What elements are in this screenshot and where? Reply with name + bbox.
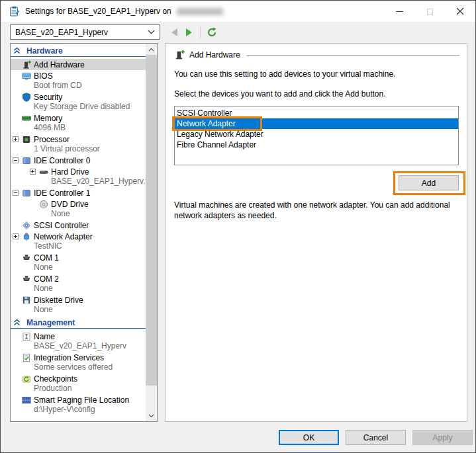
- maximize-icon: [427, 9, 433, 15]
- chevron-up-icon: [148, 48, 154, 52]
- scroll-down-button[interactable]: [146, 410, 157, 421]
- sidebar-item-label: IDE Controller 0: [34, 156, 90, 165]
- header-rule: [247, 55, 459, 56]
- sidebar-item-diskette-drive[interactable]: Diskette Drive: [11, 294, 146, 306]
- refresh-button[interactable]: [205, 25, 219, 40]
- sidebar-item-processor[interactable]: Processor: [11, 134, 146, 145]
- sidebar-item-label: Checkpoints: [34, 374, 77, 384]
- device-option-legacy-network-adapter[interactable]: Legacy Network Adapter: [175, 129, 458, 140]
- navigate-back-button[interactable]: [167, 25, 181, 40]
- sidebar-item-scsi-controller[interactable]: SCSI Controller: [11, 220, 146, 231]
- window-title: Settings for BASE_v20_EAP1_Hyperv on: [25, 7, 171, 16]
- sidebar-item-sublabel: None: [11, 284, 146, 293]
- bios-icon: [22, 71, 31, 81]
- settings-tree-panel: Hardware Add Hardware: [10, 43, 158, 422]
- section-title: Hardware: [26, 46, 63, 56]
- expand-plus-icon[interactable]: [13, 233, 19, 239]
- sidebar-item-ide-controller-1[interactable]: IDE Controller 1: [11, 187, 146, 198]
- device-listbox[interactable]: SCSI Controller Network Adapter Legacy N…: [174, 106, 459, 165]
- expand-plus-icon[interactable]: [13, 136, 19, 142]
- pane-description-2: Select the devices you want to add and c…: [174, 89, 458, 100]
- add-hardware-icon: [174, 50, 185, 60]
- redacted-hostname: [177, 8, 223, 15]
- sidebar-item-sublabel: 4096 MB: [11, 124, 146, 132]
- close-button[interactable]: [445, 1, 475, 22]
- section-header-management[interactable]: Management: [11, 317, 146, 329]
- sidebar-item-label: Security: [34, 93, 62, 102]
- sidebar-item-smart-paging-file-location[interactable]: Smart Paging File Location: [11, 394, 146, 405]
- sidebar-item-label: COM 1: [34, 253, 59, 263]
- sidebar-item-label: BIOS: [34, 71, 53, 81]
- chevron-down-icon: [148, 414, 154, 418]
- vm-selector-dropdown[interactable]: BASE_v20_EAP1_Hyperv: [10, 24, 160, 40]
- collapse-minus-icon[interactable]: [13, 190, 19, 196]
- processor-icon: [22, 135, 31, 144]
- sidebar-item-label: COM 2: [34, 274, 59, 284]
- section-title: Management: [26, 318, 75, 327]
- sidebar-item-label: Processor: [34, 135, 70, 144]
- checkpoints-icon: [22, 374, 31, 384]
- sidebar-item-ide-controller-0[interactable]: IDE Controller 0: [11, 155, 146, 166]
- sidebar-item-sublabel: Boot from CD: [11, 81, 146, 90]
- sidebar-item-label: Memory: [34, 114, 62, 123]
- section-header-hardware[interactable]: Hardware: [11, 45, 146, 57]
- sidebar-item-label: Network Adapter: [34, 232, 93, 241]
- dvd-drive-icon: [39, 200, 48, 209]
- sidebar-item-sublabel: BASE_v20_EAP1_Hyperv.v...: [11, 177, 146, 186]
- sidebar-item-checkpoints[interactable]: Checkpoints: [11, 373, 146, 384]
- sidebar-item-label: IDE Controller 1: [34, 188, 90, 198]
- collapse-minus-icon[interactable]: [13, 157, 19, 163]
- sidebar-item-sublabel: None: [11, 210, 146, 218]
- pane-note: Virtual machines are created with one ne…: [174, 200, 458, 221]
- sidebar-item-sublabel: Some services offered: [11, 363, 146, 372]
- sidebar-item-integration-services[interactable]: Integration Services: [11, 352, 146, 363]
- settings-dialog: Settings for BASE_v20_EAP1_Hyperv on BAS…: [0, 0, 476, 453]
- cancel-button[interactable]: Cancel: [346, 430, 406, 445]
- navigate-forward-button[interactable]: [181, 25, 196, 40]
- pane-description-1: You can use this setting to add devices …: [174, 69, 458, 80]
- sidebar-item-sublabel: Key Storage Drive disabled: [11, 103, 146, 111]
- apply-button: Apply: [412, 430, 473, 445]
- com-port-icon: [22, 274, 31, 284]
- sidebar-item-com-1[interactable]: COM 1: [11, 252, 146, 263]
- scsi-controller-icon: [22, 221, 31, 230]
- maximize-button: [414, 1, 445, 22]
- diskette-icon: [22, 296, 31, 305]
- sidebar-item-network-adapter[interactable]: Network Adapter: [11, 231, 146, 242]
- sidebar-item-com-2[interactable]: COM 2: [11, 273, 146, 284]
- sidebar-item-sublabel: d:\Hyper-V\config: [11, 405, 146, 414]
- scrollbar-thumb[interactable]: [146, 55, 157, 386]
- integration-services-icon: [22, 353, 31, 362]
- sidebar-scrollbar[interactable]: [146, 44, 157, 421]
- ide-controller-icon: [22, 156, 31, 165]
- sidebar-item-label: Integration Services: [34, 353, 104, 362]
- name-icon: [22, 332, 31, 341]
- collapse-section-icon: [13, 47, 21, 54]
- forward-arrow-icon: [186, 28, 192, 36]
- sidebar-item-hard-drive[interactable]: Hard Drive: [11, 166, 146, 177]
- sidebar-item-add-hardware[interactable]: Add Hardware: [11, 59, 146, 70]
- device-option-fibre-channel-adapter[interactable]: Fibre Channel Adapter: [175, 140, 458, 150]
- sidebar-item-sublabel: None: [11, 306, 146, 314]
- sidebar-item-memory[interactable]: Memory: [11, 112, 146, 124]
- security-shield-icon: [22, 93, 31, 102]
- sidebar-item-dvd-drive[interactable]: DVD Drive: [11, 198, 146, 210]
- smart-paging-icon: [22, 395, 31, 405]
- sidebar-item-sublabel: BASE_v20_EAP1_Hyperv: [11, 342, 146, 350]
- com-port-icon: [22, 253, 31, 263]
- titlebar: Settings for BASE_v20_EAP1_Hyperv on: [1, 1, 475, 22]
- add-button[interactable]: Add: [399, 175, 459, 190]
- device-option-network-adapter[interactable]: Network Adapter: [175, 118, 458, 129]
- device-option-scsi-controller[interactable]: SCSI Controller: [175, 108, 458, 118]
- ok-button[interactable]: OK: [279, 430, 339, 445]
- sidebar-item-label: Diskette Drive: [34, 296, 83, 305]
- sidebar-item-name[interactable]: Name: [11, 331, 146, 342]
- minimize-button[interactable]: [384, 1, 414, 22]
- scroll-up-button[interactable]: [146, 44, 157, 55]
- sidebar-item-label: SCSI Controller: [34, 221, 89, 230]
- sidebar-item-bios[interactable]: BIOS: [11, 70, 146, 81]
- expand-plus-icon[interactable]: [30, 169, 36, 175]
- pane-title: Add Hardware: [189, 50, 240, 60]
- network-adapter-icon: [22, 232, 31, 241]
- sidebar-item-security[interactable]: Security: [11, 91, 146, 103]
